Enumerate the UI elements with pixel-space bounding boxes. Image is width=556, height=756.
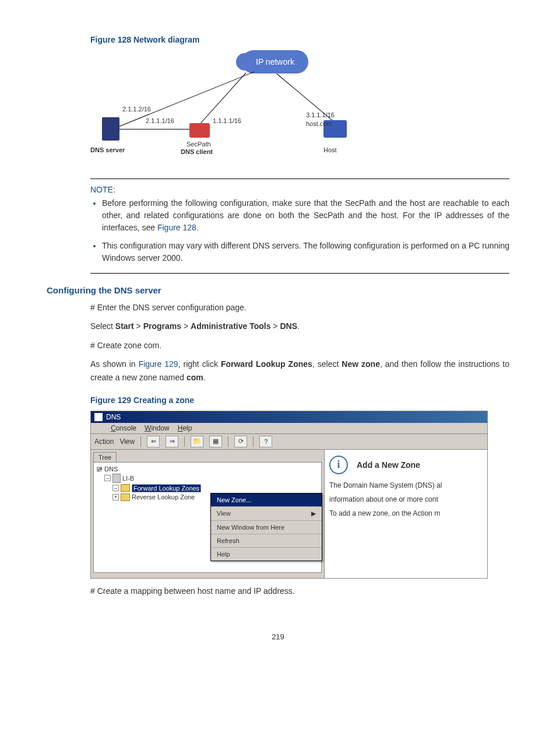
note-item-1: Before performing the following configur…: [102, 197, 509, 234]
line: [119, 129, 195, 130]
collapse-icon[interactable]: −: [112, 485, 119, 491]
secpath-label: SecPath: [186, 141, 211, 148]
context-refresh[interactable]: Refresh: [211, 534, 322, 548]
context-new-window[interactable]: New Window from Here: [211, 521, 322, 534]
context-view[interactable]: View ▶: [211, 507, 322, 521]
paragraph-5: # Create a mapping between host name and…: [90, 584, 509, 597]
context-help[interactable]: Help: [211, 548, 322, 561]
tree-pane: Tree 🖳DNS − LI-B − Forward Lookup Zones …: [91, 450, 325, 578]
submenu-arrow-icon: ▶: [311, 510, 316, 517]
info-title: Add a New Zone: [357, 460, 420, 470]
info-text-1: The Domain Name System (DNS) al: [329, 481, 483, 489]
paragraph-2: Select Start > Programs > Administrative…: [90, 320, 509, 332]
help-button[interactable]: ?: [259, 436, 272, 447]
paragraph-3: # Create zone com.: [90, 339, 509, 352]
tree-root-dns[interactable]: 🖳DNS: [96, 465, 319, 473]
refresh-button[interactable]: ⟳: [234, 436, 247, 447]
menu-window[interactable]: Window: [145, 424, 170, 432]
menu-help[interactable]: Help: [178, 424, 192, 432]
dns-app-icon: [94, 413, 103, 421]
secpath-right-ip-label: 1.1.1.1/16: [213, 117, 241, 124]
tree-body: 🖳DNS − LI-B − Forward Lookup Zones + Rev…: [93, 462, 322, 573]
toolbar-action[interactable]: Action: [94, 438, 114, 446]
up-button[interactable]: 📁: [191, 436, 203, 447]
folder-icon: [121, 494, 130, 501]
toolbar: Action View ⇐ ⇒ 📁 ▦ ⟳ ?: [91, 434, 487, 450]
collapse-icon[interactable]: −: [104, 475, 111, 481]
server-icon: [112, 474, 121, 483]
network-diagram: IP network 2.1.1.2/16 2.1.1.1/16 1.1.1.1…: [90, 50, 509, 167]
paragraph-1: # Enter the DNS server configuration pag…: [90, 301, 509, 314]
separator: [228, 436, 228, 447]
dns-mmc-window: DNS Console Window Help Action View ⇐ ⇒ …: [90, 411, 488, 579]
dns-server-icon: [102, 117, 119, 141]
separator: [184, 436, 185, 447]
show-hide-button[interactable]: ▦: [209, 436, 222, 447]
page-number: 219: [47, 632, 509, 641]
host-ip-label: 3.1.1.1/16: [306, 111, 335, 118]
figure-128-caption: Figure 128 Network diagram: [90, 35, 509, 44]
host-label: Host: [323, 146, 337, 153]
info-header: i Add a New Zone: [329, 456, 483, 474]
host-domain-label: host.com: [306, 120, 332, 127]
mmc-icon: [94, 424, 103, 432]
forward-button[interactable]: ⇒: [166, 436, 178, 447]
tree-server[interactable]: − LI-B: [104, 473, 319, 484]
figure-129-link[interactable]: Figure 129: [139, 359, 178, 369]
info-icon: i: [329, 456, 348, 474]
tree-forward-lookup-zones[interactable]: − Forward Lookup Zones: [112, 484, 319, 493]
note-item-2: This configuration may vary with differe…: [102, 240, 509, 264]
expand-icon[interactable]: +: [112, 494, 119, 501]
menubar: Console Window Help: [91, 423, 487, 434]
paragraph-4: As shown in Figure 129, right click Forw…: [90, 358, 509, 384]
titlebar: DNS: [91, 411, 487, 423]
divider: [90, 178, 509, 179]
toolbar-view[interactable]: View: [119, 438, 135, 446]
window-title: DNS: [106, 413, 121, 421]
tree-selected-label: Forward Lookup Zones: [132, 484, 201, 492]
dns-client-label: DNS client: [181, 148, 213, 155]
separator: [140, 436, 141, 447]
context-menu: New Zone... View ▶ New Window from Here …: [210, 493, 322, 561]
secpath-router-icon: [189, 123, 210, 138]
info-text-3: To add a new zone, on the Action m: [329, 509, 483, 517]
context-new-zone[interactable]: New Zone...: [211, 494, 322, 507]
ip-network-cloud: IP network: [242, 50, 308, 74]
dns-server-ip-label: 2.1.1.2/16: [122, 106, 151, 113]
divider: [90, 273, 509, 274]
tree-tab[interactable]: Tree: [93, 452, 117, 462]
right-pane: i Add a New Zone The Domain Name System …: [325, 450, 487, 578]
note-label: NOTE:: [90, 185, 509, 194]
folder-icon: [121, 484, 130, 492]
info-text-2: information about one or more cont: [329, 495, 483, 503]
back-button[interactable]: ⇐: [147, 436, 160, 447]
content-area: Tree 🖳DNS − LI-B − Forward Lookup Zones …: [91, 450, 487, 578]
section-heading-configuring-dns: Configuring the DNS server: [47, 285, 509, 295]
figure-129-caption: Figure 129 Creating a zone: [90, 396, 509, 405]
note-list: Before performing the following configur…: [90, 197, 509, 264]
secpath-left-ip-label: 2.1.1.1/16: [146, 117, 174, 124]
menu-console[interactable]: Console: [111, 424, 136, 432]
separator: [253, 436, 254, 447]
dns-server-label: DNS server: [90, 146, 125, 153]
figure-128-link[interactable]: Figure 128: [157, 223, 196, 232]
